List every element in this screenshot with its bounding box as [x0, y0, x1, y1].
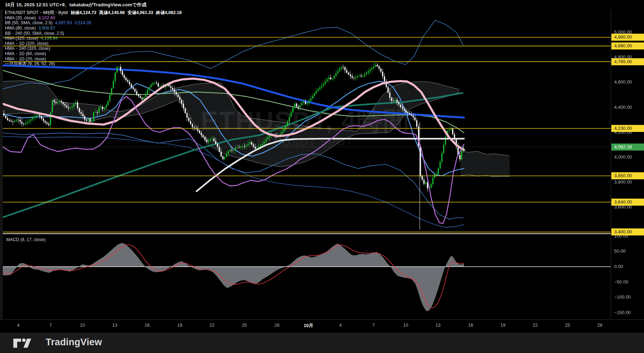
macd-tick--100: −100.00 [614, 294, 631, 300]
time-label-7[interactable]: 7 [49, 322, 52, 328]
tradingview-chart-snapshot: { "topbar": { "text": "10月 15, 2025 12:5… [0, 0, 644, 353]
macd-histogram [0, 243, 464, 311]
time-label-7[interactable]: 7 [372, 322, 374, 328]
macd-indicator-label[interactable]: MACD (9, 17, close) [6, 237, 46, 242]
time-label-22[interactable]: 22 [210, 322, 214, 328]
time-label-25[interactable]: 25 [565, 322, 570, 328]
time-label-19[interactable]: 19 [500, 322, 505, 328]
time-label-13[interactable]: 13 [112, 322, 117, 328]
chart-left-gutter [0, 9, 3, 319]
time-label-22[interactable]: 22 [533, 322, 538, 328]
time-label-13[interactable]: 13 [436, 322, 440, 328]
ichimoku-cloud [0, 81, 510, 177]
attribution-bar: 10月 15, 2025 12:51 UTC+9、takatabaがTradin… [0, 0, 644, 9]
price-level-tag-3850[interactable]: 3,850.00 [611, 172, 644, 179]
price-level-tag-4765[interactable]: 4,765.00 [611, 58, 644, 65]
time-label-28[interactable]: 28 [597, 322, 602, 328]
time-label-28[interactable]: 28 [274, 322, 279, 328]
attribution-text: 10月 15, 2025 12:51 UTC+9、takatabaがTradin… [5, 2, 146, 7]
price-level-tag-4960[interactable]: 4,960.00 [611, 34, 644, 41]
footer-bar: TradingView [0, 332, 644, 353]
time-label-25[interactable]: 25 [242, 322, 247, 328]
time-axis[interactable]: 471013161922252810月4710131619222528 [0, 319, 644, 333]
price-level-tag-4230[interactable]: 4,230.00 [611, 125, 644, 132]
price-tick-4000: 4,000.00 [614, 154, 632, 160]
time-label-16[interactable]: 16 [145, 322, 150, 328]
price-tick-3800: 3,800.00 [614, 179, 632, 185]
price-level-tag-3400[interactable]: 3,400.00 [611, 228, 644, 235]
current-price-tag[interactable]: 4,082.18 [611, 144, 644, 151]
price-tick-4400: 4,400.00 [614, 104, 632, 111]
macd-tick--50: −50.00 [614, 279, 628, 285]
price-level-tag-4890[interactable]: 4,890.00 [611, 42, 644, 49]
line-bb50-upper [0, 20, 463, 89]
macd-tick-0: 0.00 [614, 264, 623, 270]
time-label-4[interactable]: 4 [17, 322, 19, 328]
time-label-19[interactable]: 19 [177, 322, 182, 328]
time-label-10[interactable]: 10 [80, 322, 85, 328]
tradingview-brand-text[interactable]: TradingView [46, 337, 102, 348]
tradingview-logo-icon[interactable] [13, 338, 42, 348]
time-label-16[interactable]: 16 [468, 322, 473, 328]
price-axis[interactable]: 5,000.004,800.004,600.004,400.004,200.00… [611, 9, 644, 319]
time-label-10[interactable]: 10 [403, 322, 408, 328]
chart-canvas[interactable] [0, 0, 644, 353]
macd-pane [0, 243, 611, 311]
price-level-tag-3640[interactable]: 3,640.00 [611, 199, 644, 206]
macd-tick-50: 50.00 [614, 248, 626, 254]
price-tick-4600: 4,600.00 [614, 79, 632, 85]
macd-tick--150: −150.00 [614, 309, 631, 316]
time-label-10月[interactable]: 10月 [304, 322, 313, 329]
time-label-4[interactable]: 4 [339, 322, 341, 328]
